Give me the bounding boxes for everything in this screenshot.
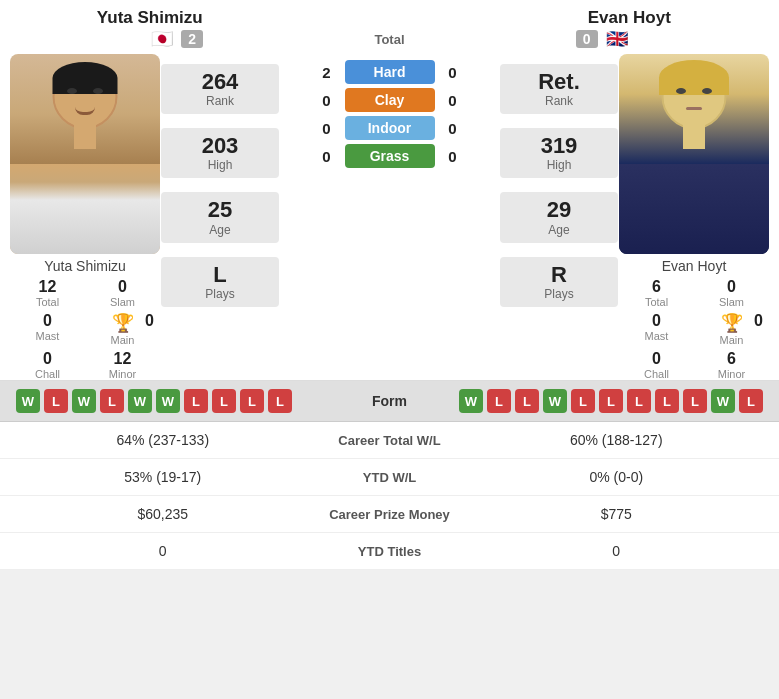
form-label: Form [340, 393, 440, 409]
form-badge-left: W [128, 389, 152, 413]
main-container: Yuta Shimizu Evan Hoyt 🇯🇵 2 Total 0 🇬🇧 [0, 0, 779, 570]
indoor-left-score: 0 [317, 120, 337, 137]
stat-right-value: 0 [470, 543, 764, 559]
left-flag: 🇯🇵 [151, 28, 173, 50]
right-chall-stat: 0 Chall [623, 350, 690, 380]
stat-right-value: 60% (188-127) [470, 432, 764, 448]
clay-right-score: 0 [443, 92, 463, 109]
clay-left-score: 0 [317, 92, 337, 109]
form-badge-right: W [459, 389, 483, 413]
stats-row: $60,235Career Prize Money$775 [0, 496, 779, 533]
main-layout: Yuta Shimizu 12 Total 0 Slam 0 Mast 🏆 0 [0, 54, 779, 380]
form-badge-right: L [627, 389, 651, 413]
indoor-right-score: 0 [443, 120, 463, 137]
left-chall-stat: 0 Chall [14, 350, 81, 380]
stat-right-value: 0% (0-0) [470, 469, 764, 485]
left-player-name: Yuta Shimizu [97, 8, 203, 27]
left-plays-box: L Plays [161, 257, 279, 307]
form-row: WLWLWWLLLL Form WLLWLLLLLWL [0, 381, 779, 422]
left-slam-stat: 0 Slam [89, 278, 156, 308]
form-badge-right: L [487, 389, 511, 413]
form-badge-left: L [240, 389, 264, 413]
form-badge-left: L [268, 389, 292, 413]
clay-row: 0 Clay 0 [284, 88, 495, 112]
right-player-name: Evan Hoyt [588, 8, 671, 27]
grass-left-score: 0 [317, 148, 337, 165]
right-player-photo [619, 54, 769, 254]
right-stats-grid: 6 Total 0 Slam 0 Mast 🏆 0 Main 0 [619, 278, 769, 380]
right-photo-container: Evan Hoyt 6 Total 0 Slam 0 Mast 🏆 0 [619, 54, 779, 380]
stat-center-label: YTD W/L [310, 470, 470, 485]
left-trophy-icon: 🏆 [112, 312, 134, 334]
right-trophy-icon: 🏆 [721, 312, 743, 334]
right-plays-box: R Plays [500, 257, 618, 307]
form-badge-right: L [599, 389, 623, 413]
form-badge-right: L [739, 389, 763, 413]
form-badge-left: W [156, 389, 180, 413]
form-badge-left: L [184, 389, 208, 413]
left-player-label: Yuta Shimizu [10, 258, 160, 274]
left-age-box: 25 Age [161, 192, 279, 242]
form-badge-right: W [543, 389, 567, 413]
form-badge-left: L [212, 389, 236, 413]
left-minor-stat: 12 Minor [89, 350, 156, 380]
header-row: Yuta Shimizu Evan Hoyt [0, 0, 779, 28]
stats-rows-container: 64% (237-133)Career Total W/L60% (188-12… [0, 422, 779, 570]
left-stat-boxes: 264 Rank 203 High 25 Age L Plays [160, 54, 280, 380]
stat-left-value: 53% (19-17) [16, 469, 310, 485]
right-trophy-main: 🏆 0 Main [698, 312, 765, 346]
form-badge-left: L [44, 389, 68, 413]
flag-score-row: 🇯🇵 2 Total 0 🇬🇧 [0, 28, 779, 54]
form-badge-left: W [72, 389, 96, 413]
form-badge-right: L [655, 389, 679, 413]
indoor-row: 0 Indoor 0 [284, 116, 495, 140]
hard-badge: Hard [345, 60, 435, 84]
right-mast-stat: 0 Mast [623, 312, 690, 346]
form-badge-left: W [16, 389, 40, 413]
left-high-box: 203 High [161, 128, 279, 178]
left-trophy-main: 🏆 0 Main [89, 312, 156, 346]
right-high-box: 319 High [500, 128, 618, 178]
hard-left-score: 2 [317, 64, 337, 81]
stats-row: 0YTD Titles0 [0, 533, 779, 570]
right-slam-stat: 0 Slam [698, 278, 765, 308]
form-badge-right: L [515, 389, 539, 413]
bottom-section: WLWLWWLLLL Form WLLWLLLLLWL 64% (237-133… [0, 380, 779, 570]
grass-row: 0 Grass 0 [284, 144, 495, 168]
stat-center-label: Career Prize Money [310, 507, 470, 522]
left-form: WLWLWWLLLL [16, 389, 340, 413]
middle-column: 2 Hard 0 0 Clay 0 0 Indoor 0 0 Grass [280, 54, 499, 380]
left-total-score: 2 [181, 30, 203, 48]
stats-row: 64% (237-133)Career Total W/L60% (188-12… [0, 422, 779, 459]
form-badge-right: W [711, 389, 735, 413]
stat-left-value: 64% (237-133) [16, 432, 310, 448]
right-form: WLLWLLLLLWL [440, 389, 764, 413]
stat-right-value: $775 [470, 506, 764, 522]
hard-right-score: 0 [443, 64, 463, 81]
indoor-badge: Indoor [345, 116, 435, 140]
clay-badge: Clay [345, 88, 435, 112]
right-stat-boxes: Ret. Rank 319 High 29 Age R Plays [499, 54, 619, 380]
right-total-stat: 6 Total [623, 278, 690, 308]
right-age-box: 29 Age [500, 192, 618, 242]
right-rank-box: Ret. Rank [500, 64, 618, 114]
stat-left-value: 0 [16, 543, 310, 559]
right-minor-stat: 6 Minor [698, 350, 765, 380]
form-badge-left: L [100, 389, 124, 413]
left-total-stat: 12 Total [14, 278, 81, 308]
form-badge-right: L [683, 389, 707, 413]
stat-center-label: Career Total W/L [310, 433, 470, 448]
left-photo-container: Yuta Shimizu 12 Total 0 Slam 0 Mast 🏆 0 [0, 54, 160, 380]
grass-badge: Grass [345, 144, 435, 168]
right-player-label: Evan Hoyt [619, 258, 769, 274]
stat-center-label: YTD Titles [310, 544, 470, 559]
left-stats-grid: 12 Total 0 Slam 0 Mast 🏆 0 Main 0 [10, 278, 160, 380]
stat-left-value: $60,235 [16, 506, 310, 522]
hard-row: 2 Hard 0 [284, 60, 495, 84]
left-player-photo [10, 54, 160, 254]
left-mast-stat: 0 Mast [14, 312, 81, 346]
stats-row: 53% (19-17)YTD W/L0% (0-0) [0, 459, 779, 496]
form-badge-right: L [571, 389, 595, 413]
surface-rows: 2 Hard 0 0 Clay 0 0 Indoor 0 0 Grass [284, 60, 495, 168]
right-total-score: 0 [576, 30, 598, 48]
